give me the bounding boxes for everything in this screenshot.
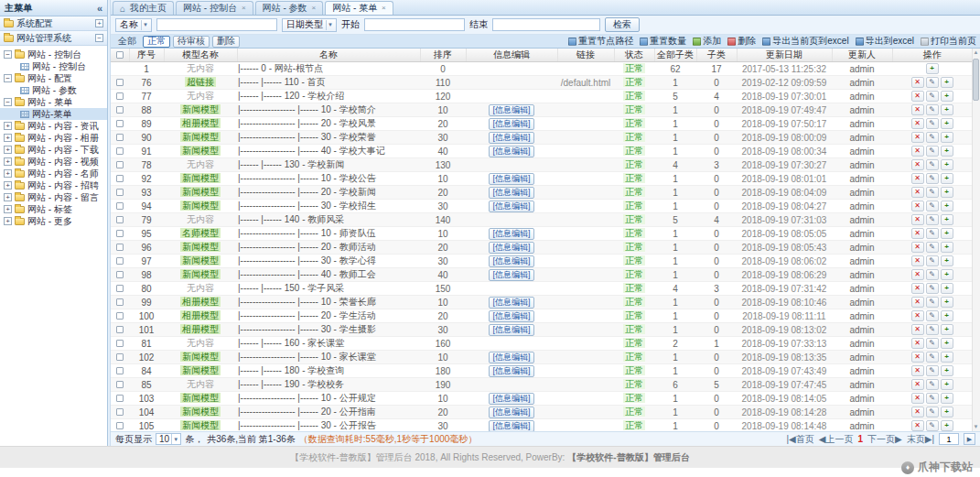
add-child-icon[interactable] (941, 324, 953, 335)
name-field-select[interactable]: 名称 (115, 18, 152, 32)
tab-item[interactable]: 我的主页 (113, 1, 174, 15)
edit-row-icon[interactable] (926, 91, 939, 102)
expand-node-icon[interactable]: + (4, 205, 12, 213)
row-checkbox[interactable] (116, 408, 124, 416)
row-checkbox[interactable] (116, 230, 124, 237)
row-checkbox[interactable] (116, 147, 124, 155)
row-checkbox[interactable] (116, 326, 124, 333)
tree-node[interactable]: +网站 - 内容 - 资讯 (0, 120, 107, 132)
add-button[interactable]: 添加 (693, 35, 721, 48)
row-checkbox[interactable] (116, 381, 124, 388)
tab-active[interactable]: 网站 - 菜单× (325, 1, 393, 15)
add-child-icon[interactable] (941, 214, 953, 225)
info-edit-button[interactable]: [信息编辑] (489, 420, 533, 432)
edit-row-icon[interactable] (926, 365, 939, 376)
delete-row-icon[interactable] (911, 77, 924, 88)
edit-row-icon[interactable] (926, 379, 939, 390)
row-checkbox[interactable] (116, 340, 124, 347)
tab-item[interactable]: 网站 - 控制台× (176, 1, 253, 15)
row-checkbox[interactable] (116, 120, 124, 127)
sidebar-collapse-icon[interactable]: « (97, 4, 102, 13)
tree-node[interactable]: +网站 - 标签 (0, 203, 107, 215)
add-child-icon[interactable] (941, 393, 953, 404)
add-child-icon[interactable] (926, 63, 939, 74)
tree-node[interactable]: +网站 - 内容 - 招聘 (0, 179, 107, 191)
add-child-icon[interactable] (941, 338, 953, 349)
add-child-icon[interactable] (941, 310, 953, 321)
edit-row-icon[interactable] (926, 242, 939, 253)
edit-row-icon[interactable] (926, 352, 939, 363)
reset-path-button[interactable]: 重置节点路径 (568, 35, 633, 48)
edit-row-icon[interactable] (926, 310, 939, 321)
info-edit-button[interactable]: [信息编辑] (489, 104, 533, 116)
delete-row-icon[interactable] (911, 420, 924, 431)
add-child-icon[interactable] (941, 91, 953, 102)
delete-button[interactable]: 删除 (727, 35, 756, 48)
edit-row-icon[interactable] (926, 338, 939, 349)
edit-row-icon[interactable] (926, 297, 939, 308)
scrollbar-thumb[interactable] (973, 59, 979, 101)
row-checkbox[interactable] (116, 161, 124, 168)
add-child-icon[interactable] (941, 297, 953, 308)
tree-node[interactable]: +网站 - 内容 - 相册 (0, 132, 107, 144)
delete-row-icon[interactable] (911, 310, 924, 321)
info-edit-button[interactable]: [信息编辑] (489, 365, 533, 377)
name-search-input[interactable] (156, 18, 277, 31)
tree-node[interactable]: −网站 - 配置 (0, 72, 107, 84)
delete-row-icon[interactable] (911, 91, 924, 102)
edit-row-icon[interactable] (926, 187, 939, 198)
tree-node[interactable]: −网站 - 控制台 (0, 49, 107, 60)
add-child-icon[interactable] (941, 173, 953, 184)
expand-node-icon[interactable]: + (4, 193, 12, 201)
info-edit-button[interactable]: [信息编辑] (489, 393, 533, 405)
row-checkbox[interactable] (116, 271, 124, 278)
info-edit-button[interactable]: [信息编辑] (489, 242, 533, 254)
edit-row-icon[interactable] (926, 393, 939, 404)
export-page-button[interactable]: 导出当前页到excel (762, 35, 848, 48)
row-checkbox[interactable] (116, 106, 124, 114)
add-child-icon[interactable] (941, 118, 953, 129)
delete-row-icon[interactable] (911, 104, 924, 115)
tree-node[interactable]: +网站 - 内容 - 留言 (0, 191, 107, 203)
scroll-down-icon[interactable]: ▼ (972, 423, 980, 431)
expand-section-icon[interactable]: + (95, 19, 103, 27)
info-edit-button[interactable]: [信息编辑] (489, 187, 533, 199)
add-child-icon[interactable] (941, 269, 953, 280)
info-edit-button[interactable]: [信息编辑] (489, 118, 533, 130)
delete-row-icon[interactable] (911, 146, 924, 157)
info-edit-button[interactable]: [信息编辑] (489, 407, 533, 418)
delete-row-icon[interactable] (911, 407, 924, 417)
info-edit-button[interactable]: [信息编辑] (489, 269, 533, 281)
add-child-icon[interactable] (941, 407, 953, 417)
delete-row-icon[interactable] (911, 118, 924, 129)
edit-row-icon[interactable] (926, 269, 939, 280)
first-page-button[interactable]: |◀首页 (786, 433, 813, 446)
row-checkbox[interactable] (116, 257, 124, 265)
row-checkbox[interactable] (116, 92, 124, 100)
close-icon[interactable]: × (382, 5, 386, 12)
edit-row-icon[interactable] (926, 214, 939, 225)
vertical-scrollbar[interactable]: ▲ ▼ (972, 49, 980, 431)
add-child-icon[interactable] (941, 132, 953, 143)
tree-node[interactable]: −网站 - 菜单 (0, 96, 107, 108)
add-child-icon[interactable] (941, 365, 953, 376)
row-checkbox[interactable] (116, 422, 124, 429)
tree-node[interactable]: +网站 - 内容 - 下载 (0, 144, 107, 156)
info-edit-button[interactable]: [信息编辑] (489, 173, 533, 185)
next-page-button[interactable]: 下一页▶ (867, 433, 902, 446)
filter-button[interactable]: 删除 (212, 36, 240, 48)
edit-row-icon[interactable] (926, 132, 939, 143)
delete-row-icon[interactable] (911, 324, 924, 335)
delete-row-icon[interactable] (911, 365, 924, 376)
edit-row-icon[interactable] (926, 77, 939, 88)
search-button[interactable]: 检索 (605, 17, 640, 32)
row-checkbox[interactable] (116, 189, 124, 196)
delete-row-icon[interactable] (911, 214, 924, 225)
info-edit-button[interactable]: [信息编辑] (489, 201, 533, 212)
export-button[interactable]: 导出到excel (856, 35, 914, 48)
row-checkbox[interactable] (116, 367, 124, 374)
row-checkbox[interactable] (116, 216, 124, 223)
row-checkbox[interactable] (116, 312, 124, 320)
edit-row-icon[interactable] (926, 255, 939, 266)
expand-node-icon[interactable]: + (4, 217, 12, 225)
